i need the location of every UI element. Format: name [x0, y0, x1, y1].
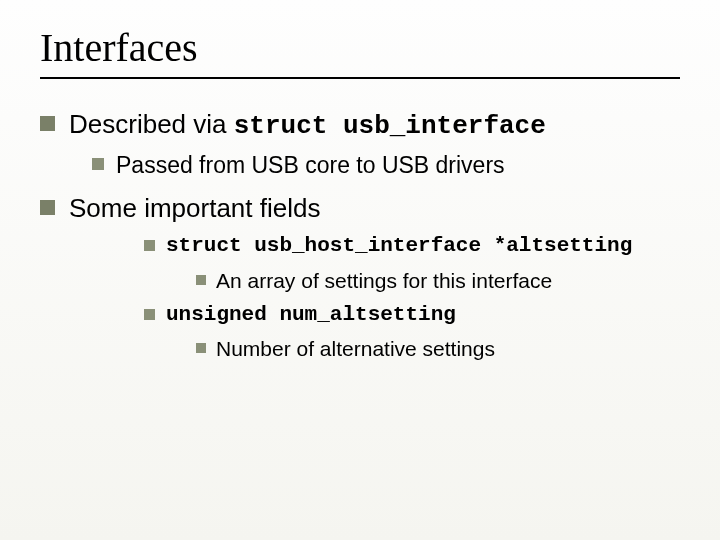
bullet-described-via: Described via struct usb_interface [40, 107, 680, 144]
square-bullet-icon [144, 309, 155, 320]
code-fragment: unsigned num_altsetting [166, 301, 456, 329]
square-bullet-icon [196, 343, 206, 353]
bullet-text: Some important fields [69, 191, 320, 226]
square-bullet-icon [40, 116, 55, 131]
title-rule [40, 77, 680, 79]
bullet-field-altsetting: struct usb_host_interface *altsetting [144, 232, 680, 260]
slide-title: Interfaces [40, 24, 680, 71]
square-bullet-icon [144, 240, 155, 251]
square-bullet-icon [40, 200, 55, 215]
text-fragment: Described via [69, 109, 234, 139]
square-bullet-icon [196, 275, 206, 285]
bullet-text: Passed from USB core to USB drivers [116, 150, 505, 181]
bullet-altsetting-desc: An array of settings for this interface [196, 267, 680, 295]
bullet-field-num-altsetting: unsigned num_altsetting [144, 301, 680, 329]
code-fragment: struct usb_host_interface *altsetting [166, 232, 632, 260]
square-bullet-icon [92, 158, 104, 170]
bullet-text: Described via struct usb_interface [69, 107, 546, 144]
slide: Interfaces Described via struct usb_inte… [0, 0, 720, 540]
bullet-passed-from-core: Passed from USB core to USB drivers [92, 150, 680, 181]
bullet-important-fields: Some important fields [40, 191, 680, 226]
code-fragment: struct usb_interface [234, 111, 546, 141]
bullet-text: An array of settings for this interface [216, 267, 552, 295]
bullet-text: Number of alternative settings [216, 335, 495, 363]
bullet-num-altsetting-desc: Number of alternative settings [196, 335, 680, 363]
